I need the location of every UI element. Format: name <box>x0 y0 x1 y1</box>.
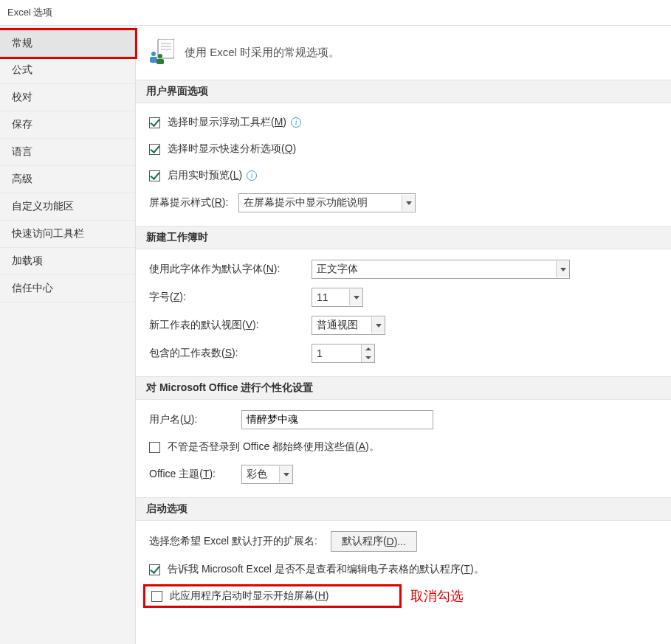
section-title-personalize: 对 Microsoft Office 进行个性化设置 <box>136 376 671 400</box>
label-screentip-style: 屏幕提示样式(R): <box>149 196 228 210</box>
label-default-font: 使用此字体作为默认字体(N): <box>149 263 312 276</box>
section-body-personalize: 用户名(U): 不管是否登录到 Office 都始终使用这些值(A)。 Offi… <box>136 400 671 497</box>
svg-rect-5 <box>150 57 157 63</box>
label-mini-toolbar: 选择时显示浮动工具栏(M) <box>168 116 286 129</box>
select-default-font[interactable]: 正文字体 <box>312 260 570 279</box>
checkbox-quick-analysis[interactable] <box>149 144 160 155</box>
sidebar-item-proofing[interactable]: 校对 <box>0 84 135 111</box>
sidebar-item-label: 语言 <box>12 145 32 157</box>
section-title-startup: 启动选项 <box>136 497 671 521</box>
sidebar-item-label: 快速访问工具栏 <box>12 227 84 239</box>
sidebar-item-quick-access[interactable]: 快速访问工具栏 <box>0 221 135 248</box>
spinner-sheet-count[interactable]: 1 <box>312 344 375 363</box>
chevron-down-icon <box>402 195 415 211</box>
label-font-size: 字号(Z): <box>149 291 312 304</box>
label-always-use-values: 不管是否登录到 Office 都始终使用这些值(A)。 <box>168 440 379 454</box>
sidebar: 常规 公式 校对 保存 语言 高级 自定义功能区 快速访问工具栏 加载项 信任中… <box>0 26 136 644</box>
chevron-down-icon <box>279 466 292 482</box>
options-window: Excel 选项 常规 公式 校对 保存 语言 高级 自定义功能区 快速访问工具… <box>0 0 671 644</box>
svg-point-4 <box>151 52 156 56</box>
section-body-ui: 选择时显示浮动工具栏(M) i 选择时显示快速分析选项(Q) 启用实时预 <box>136 103 671 226</box>
sidebar-item-advanced[interactable]: 高级 <box>0 166 135 193</box>
label-default-extensions: 选择您希望 Excel 默认打开的扩展名: <box>149 535 317 548</box>
chevron-down-icon <box>371 317 385 333</box>
sidebar-item-label: 自定义功能区 <box>12 200 74 212</box>
sidebar-item-label: 公式 <box>12 63 32 75</box>
sidebar-item-save[interactable]: 保存 <box>0 111 135 139</box>
svg-point-6 <box>158 54 162 58</box>
info-icon[interactable]: i <box>247 170 257 181</box>
sidebar-item-formulas[interactable]: 公式 <box>0 57 135 84</box>
sidebar-item-addins[interactable]: 加载项 <box>0 248 135 275</box>
label-username: 用户名(U): <box>149 413 241 426</box>
annotation-text: 取消勾选 <box>410 587 464 605</box>
svg-rect-7 <box>156 59 164 64</box>
checkbox-mini-toolbar[interactable] <box>149 117 160 128</box>
chevron-down-icon <box>556 261 569 277</box>
label-office-theme: Office 主题(T): <box>149 468 241 481</box>
section-title-ui: 用户界面选项 <box>136 80 671 103</box>
sidebar-item-general[interactable]: 常规 <box>0 28 137 59</box>
default-programs-button[interactable]: 默认程序(D)... <box>331 531 417 552</box>
chevron-up-icon[interactable] <box>362 344 374 353</box>
content-area: 常规 公式 校对 保存 语言 高级 自定义功能区 快速访问工具栏 加载项 信任中… <box>0 25 671 644</box>
label-live-preview: 启用实时预览(L) <box>168 169 242 182</box>
general-options-icon <box>149 39 174 66</box>
page-heading-row: 使用 Excel 时采用的常规选项。 <box>136 26 671 80</box>
section-body-startup: 选择您希望 Excel 默认打开的扩展名: 默认程序(D)... 告诉我 Mic… <box>136 521 671 618</box>
input-username[interactable] <box>241 410 433 429</box>
sidebar-item-label: 高级 <box>12 173 32 184</box>
sidebar-item-label: 常规 <box>12 37 32 49</box>
section-title-new-workbook: 新建工作簿时 <box>136 226 671 249</box>
checkbox-tell-me-default[interactable] <box>149 564 160 575</box>
sidebar-item-label: 信任中心 <box>12 282 53 294</box>
section-body-new-workbook: 使用此字体作为默认字体(N): 正文字体 字号(Z): 11 <box>136 249 671 376</box>
annotation-highlight-box: 此应用程序启动时显示开始屏幕(H) <box>143 584 402 608</box>
sidebar-item-label: 加载项 <box>12 255 43 266</box>
select-screentip-style[interactable]: 在屏幕提示中显示功能说明 <box>238 193 416 212</box>
info-icon[interactable]: i <box>291 117 301 128</box>
select-font-size[interactable]: 11 <box>312 288 363 307</box>
sidebar-item-trust-center[interactable]: 信任中心 <box>0 275 135 302</box>
checkbox-show-start-screen[interactable] <box>151 591 162 602</box>
label-sheet-count: 包含的工作表数(S): <box>149 347 312 360</box>
page-heading: 使用 Excel 时采用的常规选项。 <box>185 46 340 60</box>
select-office-theme[interactable]: 彩色 <box>241 465 293 484</box>
label-tell-me-default: 告诉我 Microsoft Excel 是否不是查看和编辑电子表格的默认程序(T… <box>168 563 484 576</box>
label-quick-analysis: 选择时显示快速分析选项(Q) <box>168 142 296 156</box>
label-show-start-screen: 此应用程序启动时显示开始屏幕(H) <box>170 589 328 603</box>
sidebar-item-language[interactable]: 语言 <box>0 139 135 166</box>
sidebar-item-customize-ribbon[interactable]: 自定义功能区 <box>0 193 135 221</box>
label-default-view: 新工作表的默认视图(V): <box>149 319 312 332</box>
select-default-view[interactable]: 普通视图 <box>312 316 385 335</box>
checkbox-always-use-values[interactable] <box>149 442 160 453</box>
sidebar-item-label: 保存 <box>12 118 32 130</box>
window-title: Excel 选项 <box>0 0 671 25</box>
chevron-down-icon <box>349 289 362 305</box>
chevron-down-icon[interactable] <box>362 353 374 362</box>
sidebar-item-label: 校对 <box>12 91 32 103</box>
checkbox-live-preview[interactable] <box>149 170 160 181</box>
main-panel: 使用 Excel 时采用的常规选项。 用户界面选项 选择时显示浮动工具栏(M) … <box>136 26 671 644</box>
